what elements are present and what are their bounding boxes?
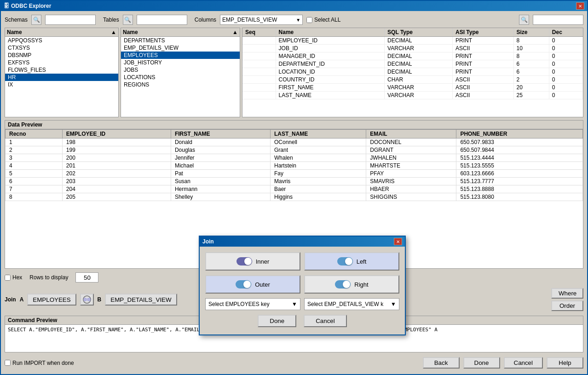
table-cell: 202: [62, 170, 171, 178]
left-join-button[interactable]: Left: [304, 252, 399, 271]
join-table-a-button[interactable]: EMPLOYEES: [27, 294, 76, 306]
right-join-button[interactable]: Right: [304, 275, 399, 294]
help-button[interactable]: Help: [547, 357, 583, 369]
list-item[interactable]: LOCATIONS: [121, 74, 240, 81]
schemas-search-input[interactable]: [45, 15, 96, 25]
employees-key-dropdown[interactable]: Select EMPLOYEES key ▼: [205, 298, 300, 310]
select-all-checkbox[interactable]: [306, 17, 312, 23]
table-row: 8205ShelleyHigginsSHIGGINS515.123.8080: [6, 193, 583, 201]
schemas-scroll[interactable]: APPQOSSYS CTXSYS DBSNMP EXFSYS FLOWS_FIL…: [5, 37, 118, 117]
table-cell: Jennifer: [171, 154, 270, 162]
columns-dropdown[interactable]: EMP_DETAILS_VIEW ▼: [220, 15, 303, 25]
tables-search-icon[interactable]: 🔍: [123, 15, 133, 25]
left-label: Left: [357, 258, 367, 265]
col-header-sql-type: SQL Type: [385, 28, 453, 37]
table-cell: DECIMAL: [385, 60, 453, 68]
table-cell: Donald: [171, 138, 270, 146]
rows-input[interactable]: [75, 272, 98, 283]
tables-scroll[interactable]: DEPARTMENTS EMP_DETAILS_VIEW EMPLOYEES J…: [121, 37, 240, 117]
list-item[interactable]: HR: [5, 74, 118, 81]
join-arrow-button[interactable]: [80, 294, 94, 306]
table-cell: DECIMAL: [385, 52, 453, 60]
table-cell: 515.123.7777: [456, 178, 583, 185]
table-cell: LOCATION_ID: [276, 68, 385, 76]
table-cell: 515.123.8888: [456, 185, 583, 193]
order-button[interactable]: Order: [551, 300, 583, 311]
list-item[interactable]: DEPARTMENTS: [121, 37, 240, 44]
list-item[interactable]: EXFSYS: [5, 59, 118, 66]
table-cell: 0: [549, 45, 582, 52]
table-row: DEPARTMENT_IDDECIMALPRINT60: [242, 60, 583, 68]
tables-header-name: Name: [123, 29, 138, 35]
table-cell: Pat: [171, 170, 270, 178]
inner-join-button[interactable]: Inner: [205, 252, 300, 271]
table-cell: 200: [62, 154, 171, 162]
table-cell: Hermann: [171, 185, 270, 193]
list-item[interactable]: DBSNMP: [5, 52, 118, 59]
modal-titlebar: Join ✕: [200, 237, 405, 247]
hex-checkbox[interactable]: [5, 275, 11, 281]
table-cell: 2: [513, 76, 549, 84]
right-toggle-icon: [335, 280, 351, 288]
table-cell: 10: [513, 45, 549, 52]
top-bar: Schemas 🔍 Tables 🔍 Columns EMP_DETAILS_V…: [5, 15, 583, 25]
table-cell: VARCHAR: [385, 84, 453, 92]
window-icon: 🗄: [4, 3, 9, 9]
employees-key-arrow: ▼: [292, 301, 297, 307]
table-cell: 515.123.5555: [456, 162, 583, 170]
table-cell: DECIMAL: [385, 37, 453, 45]
list-item[interactable]: JOBS: [121, 66, 240, 74]
join-b-label: B: [98, 296, 102, 303]
list-item[interactable]: EMP_DETAILS_VIEW: [121, 44, 240, 52]
modal-cancel-button[interactable]: Cancel: [304, 315, 347, 327]
join-table-b-button[interactable]: EMP_DETAILS_VIEW: [105, 294, 177, 306]
table-cell: PFAY: [366, 170, 456, 178]
columns-scroll[interactable]: Seq Name SQL Type ASI Type Size Dec EMPL…: [242, 28, 583, 117]
svg-point-1: [83, 298, 87, 301]
table-cell: Shelley: [171, 193, 270, 201]
table-row: 5202PatFayPFAY603.123.6666: [6, 170, 583, 178]
run-import-label: Run IMPORT when done: [12, 360, 74, 366]
run-import-checkbox[interactable]: [5, 360, 11, 366]
table-row: LOCATION_IDDECIMALPRINT60: [242, 68, 583, 76]
table-cell: Hartstein: [270, 162, 366, 170]
schemas-search-icon[interactable]: 🔍: [31, 15, 41, 25]
table-header: Recno: [6, 130, 63, 138]
back-button[interactable]: Back: [423, 357, 460, 369]
list-item[interactable]: CTXSYS: [5, 44, 118, 52]
tables-search-input[interactable]: [137, 15, 187, 25]
where-button[interactable]: Where: [551, 288, 583, 299]
list-item[interactable]: REGIONS: [121, 81, 240, 88]
table-cell: PRINT: [452, 37, 513, 45]
list-item[interactable]: IX: [5, 81, 118, 88]
done-button[interactable]: Done: [463, 357, 500, 369]
modal-done-button[interactable]: Done: [258, 315, 296, 327]
list-item[interactable]: APPQOSSYS: [5, 37, 118, 44]
list-item[interactable]: JOB_HISTORY: [121, 59, 240, 66]
list-item[interactable]: EMPLOYEES: [121, 52, 240, 59]
table-header: LAST_NAME: [270, 130, 366, 138]
table-cell: ASCII: [452, 84, 513, 92]
outer-join-button[interactable]: Outer: [205, 275, 300, 294]
main-window: 🗄 ODBC Explorer ✕ Schemas 🔍 Tables 🔍 Col…: [0, 0, 588, 375]
table-cell: Whalen: [270, 154, 366, 162]
footer-buttons: Back Done Cancel Help: [423, 357, 584, 369]
columns-search-input[interactable]: [533, 15, 583, 25]
close-button[interactable]: ✕: [576, 2, 584, 10]
schemas-panel: Name ▲ APPQOSSYS CTXSYS DBSNMP EXFSYS FL…: [5, 28, 119, 117]
table-cell: MANAGER_ID: [276, 52, 385, 60]
table-cell: MHARTSTE: [366, 162, 456, 170]
columns-search-icon[interactable]: 🔍: [519, 15, 529, 25]
list-item[interactable]: FLOWS_FILES: [5, 66, 118, 74]
left-toggle-icon: [337, 257, 353, 265]
table-cell: SMAVRIS: [366, 178, 456, 185]
tables-panel: Name ▲ DEPARTMENTS EMP_DETAILS_VIEW EMPL…: [121, 28, 240, 117]
modal-close-button[interactable]: ✕: [394, 238, 402, 245]
table-cell: DGRANT: [366, 146, 456, 154]
cancel-button[interactable]: Cancel: [504, 357, 543, 369]
table-cell: 198: [62, 138, 171, 146]
table-cell: 603.123.6666: [456, 170, 583, 178]
inner-label: Inner: [256, 258, 270, 265]
emp-details-key-dropdown[interactable]: Select EMP_DETAILS_VIEW k ▼: [304, 298, 399, 310]
table-cell: PRINT: [452, 60, 513, 68]
